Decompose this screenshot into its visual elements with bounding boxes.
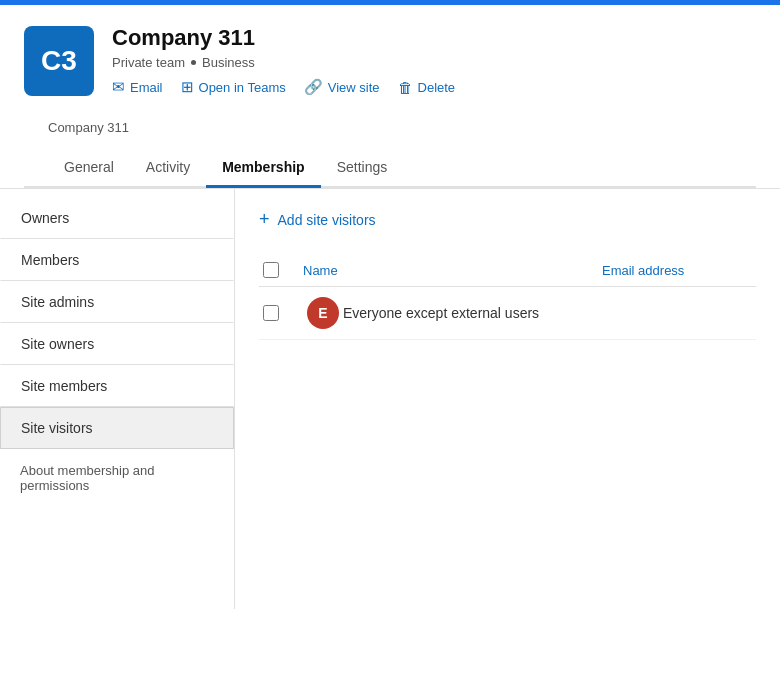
delete-button[interactable]: 🗑 Delete <box>398 78 456 96</box>
site-logo: C3 <box>24 26 94 96</box>
column-email-header: Email address <box>602 263 752 278</box>
plus-icon: + <box>259 209 270 230</box>
open-teams-label: Open in Teams <box>199 80 286 95</box>
header-actions: ✉ Email ⊞ Open in Teams 🔗 View site 🗑 De… <box>112 78 455 96</box>
table-row: E Everyone except external users <box>259 287 756 340</box>
sidebar: Owners Members Site admins Site owners S… <box>0 189 235 609</box>
site-title: Company 311 <box>112 25 455 51</box>
row-avatar-cell: E <box>303 297 343 329</box>
site-info: Company 311 Private team Business ✉ Emai… <box>112 25 455 96</box>
teams-icon: ⊞ <box>181 78 194 96</box>
open-teams-button[interactable]: ⊞ Open in Teams <box>181 78 286 96</box>
table-header: Name Email address <box>259 254 756 287</box>
add-site-visitors-label: Add site visitors <box>278 212 376 228</box>
sidebar-item-members[interactable]: Members <box>0 239 234 281</box>
header-checkbox-cell <box>263 262 303 278</box>
sidebar-item-site-admins[interactable]: Site admins <box>0 281 234 323</box>
add-site-visitors-button[interactable]: + Add site visitors <box>259 209 756 230</box>
breadcrumb: Company 311 <box>24 110 756 145</box>
tab-membership[interactable]: Membership <box>206 149 320 188</box>
tabs-bar: General Activity Membership Settings <box>24 149 756 188</box>
email-button[interactable]: ✉ Email <box>112 78 163 96</box>
about-membership-link[interactable]: About membership and permissions <box>0 449 234 507</box>
site-meta: Private team Business <box>112 55 455 70</box>
meta-separator <box>191 60 196 65</box>
header-top: C3 Company 311 Private team Business ✉ E… <box>24 25 756 96</box>
row-user-name: Everyone except external users <box>343 305 752 321</box>
tab-settings[interactable]: Settings <box>321 149 404 188</box>
sidebar-item-site-owners[interactable]: Site owners <box>0 323 234 365</box>
tab-activity[interactable]: Activity <box>130 149 206 188</box>
site-type: Private team <box>112 55 185 70</box>
view-site-button[interactable]: 🔗 View site <box>304 78 380 96</box>
view-site-icon: 🔗 <box>304 78 323 96</box>
avatar: E <box>307 297 339 329</box>
sidebar-item-site-visitors[interactable]: Site visitors <box>0 407 234 449</box>
view-site-label: View site <box>328 80 380 95</box>
sidebar-item-owners[interactable]: Owners <box>0 197 234 239</box>
delete-label: Delete <box>418 80 456 95</box>
select-all-checkbox[interactable] <box>263 262 279 278</box>
site-category: Business <box>202 55 255 70</box>
main-content: + Add site visitors Name Email address E… <box>235 189 780 609</box>
column-name-header: Name <box>303 263 602 278</box>
content-area: Owners Members Site admins Site owners S… <box>0 189 780 609</box>
row-checkbox[interactable] <box>263 305 279 321</box>
header: C3 Company 311 Private team Business ✉ E… <box>0 5 780 189</box>
email-icon: ✉ <box>112 78 125 96</box>
tab-general[interactable]: General <box>48 149 130 188</box>
sidebar-item-site-members[interactable]: Site members <box>0 365 234 407</box>
row-checkbox-cell <box>263 305 303 321</box>
delete-icon: 🗑 <box>398 79 413 96</box>
email-label: Email <box>130 80 163 95</box>
breadcrumb-text: Company 311 <box>48 120 129 135</box>
